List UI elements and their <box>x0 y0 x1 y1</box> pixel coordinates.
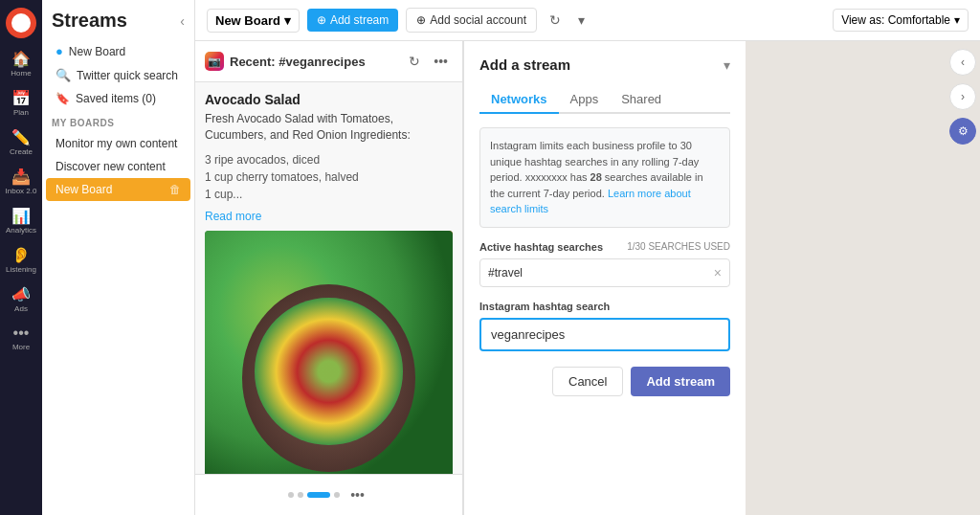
sidebar-collapse-button[interactable]: ‹ <box>180 13 185 29</box>
nav-item-plan[interactable]: 📅 Plan <box>2 85 40 121</box>
search-input-label: Instagram hashtag search <box>479 301 730 312</box>
cancel-button[interactable]: Cancel <box>552 367 623 396</box>
stream-refresh-button[interactable]: ↻ <box>404 49 425 74</box>
panel-close-button[interactable]: ▾ <box>724 57 730 73</box>
pagination-dot-3[interactable] <box>307 492 330 498</box>
post-body: 3 ripe avocados, diced 1 cup cherry toma… <box>205 151 453 203</box>
post-title: Avocado Salad <box>205 92 453 107</box>
listening-icon: 👂 <box>11 246 31 264</box>
sidebar-item-saved[interactable]: 🔖 Saved items (0) <box>46 87 190 110</box>
nav-item-listening[interactable]: 👂 Listening <box>2 242 40 278</box>
twitter-search-icon: 🔍 <box>56 68 71 82</box>
nav-item-analytics[interactable]: 📊 Analytics <box>2 203 40 238</box>
nav-item-ads[interactable]: 📣 Ads <box>2 281 40 317</box>
view-selector[interactable]: View as: Comfortable ▾ <box>833 9 969 32</box>
main-content: New Board ▾ ⊕ Add stream ⊕ Add social ac… <box>195 0 980 515</box>
post-subtitle: Fresh Avocado Salad with Tomatoes, Cucum… <box>205 111 453 144</box>
left-navigation: 🏠 Home 📅 Plan ✏️ Create 📥 Inbox 2.0 📊 An… <box>0 0 42 515</box>
add-stream-submit-button[interactable]: Add stream <box>631 367 730 396</box>
post-image: Foxfarm <box>205 231 453 474</box>
nav-item-home[interactable]: 🏠 Home <box>2 46 40 81</box>
stream-content: Avocado Salad Fresh Avocado Salad with T… <box>195 82 462 474</box>
refresh-button[interactable]: ↻ <box>545 8 566 33</box>
nav-item-inbox[interactable]: 📥 Inbox 2.0 <box>2 164 40 199</box>
right-nav-settings-button[interactable]: ⚙ <box>949 118 976 145</box>
settings-icon: ⚙ <box>958 124 969 138</box>
analytics-icon: 📊 <box>11 207 31 225</box>
nav-label-listening: Listening <box>6 265 36 274</box>
panel-title: Add a stream <box>479 56 570 73</box>
chevron-right-icon: › <box>961 90 965 103</box>
panel-actions: Cancel Add stream <box>479 367 730 396</box>
sidebar-board-discover[interactable]: Discover new content <box>46 155 190 178</box>
nav-item-more[interactable]: ••• More <box>2 321 40 355</box>
bookmark-icon: 🔖 <box>56 92 70 105</box>
board-name: New Board <box>215 13 280 28</box>
sidebar-item-saved-label: Saved items (0) <box>76 92 156 105</box>
refresh-icon: ↻ <box>549 12 561 28</box>
sidebar-board-new-label: New Board <box>56 183 112 196</box>
home-icon: 🏠 <box>11 50 31 68</box>
sidebar-board-new[interactable]: New Board 🗑 <box>46 178 190 201</box>
chevron-left-icon: ‹ <box>961 56 965 69</box>
sidebar-board-discover-label: Discover new content <box>56 160 166 173</box>
hashtag-search-input[interactable] <box>479 318 730 351</box>
instagram-icon: 📷 <box>205 52 224 71</box>
right-nav-prev-button[interactable]: ‹ <box>949 49 976 76</box>
footer-menu-button[interactable]: ••• <box>345 482 369 507</box>
add-social-label: Add social account <box>430 13 526 27</box>
searches-used-count: 1/30 SEARCHES USED <box>627 241 730 252</box>
top-bar: New Board ▾ ⊕ Add stream ⊕ Add social ac… <box>195 0 980 41</box>
stream-menu-button[interactable]: ••• <box>429 49 453 74</box>
read-more-link[interactable]: Read more <box>205 210 261 223</box>
sidebar-item-new-board[interactable]: ● New Board <box>46 39 190 63</box>
nav-item-create[interactable]: ✏️ Create <box>2 124 40 160</box>
streams-area: 📷 Recent: #veganrecipes ↻ ••• Avocado Sa… <box>195 41 980 515</box>
stream-title: Recent: #veganrecipes <box>230 55 398 69</box>
pagination-dots <box>288 492 340 498</box>
create-icon: ✏️ <box>11 128 31 146</box>
salad-bowl-visual <box>205 231 453 474</box>
sidebar-board-monitor[interactable]: Monitor my own content <box>46 132 190 155</box>
pagination-dot-4[interactable] <box>334 492 340 498</box>
pagination-dot-2[interactable] <box>298 492 303 498</box>
tab-networks[interactable]: Networks <box>479 86 559 114</box>
stream-card-header: 📷 Recent: #veganrecipes ↻ ••• <box>195 41 462 82</box>
nav-label-home: Home <box>11 69 31 78</box>
active-hashtag-field: #travel × <box>479 258 730 287</box>
right-nav-next-button[interactable]: › <box>949 83 976 110</box>
more-options-button[interactable]: ▾ <box>573 8 590 33</box>
chevron-down-icon: ▾ <box>578 12 585 28</box>
my-boards-label: MY BOARDS <box>42 110 194 132</box>
delete-board-icon[interactable]: 🗑 <box>169 183 181 196</box>
far-right-panel: ‹ › ⚙ <box>746 41 980 515</box>
nav-label-plan: Plan <box>13 108 29 117</box>
add-stream-label: Add stream <box>330 13 389 27</box>
nav-label-analytics: Analytics <box>6 226 36 235</box>
sidebar-header: Streams ‹ <box>42 10 194 39</box>
nav-label-ads: Ads <box>14 304 28 313</box>
clear-hashtag-button[interactable]: × <box>714 265 722 280</box>
add-stream-panel: Add a stream ▾ Networks Apps Shared Inst… <box>463 41 746 515</box>
panel-header: Add a stream ▾ <box>479 56 730 73</box>
stream-header-actions: ↻ ••• <box>404 49 453 74</box>
pagination-dot-1[interactable] <box>288 492 294 498</box>
sidebar-item-twitter-search[interactable]: 🔍 Twitter quick search <box>46 63 190 87</box>
tab-shared[interactable]: Shared <box>610 86 673 114</box>
board-selector[interactable]: New Board ▾ <box>207 9 300 33</box>
add-social-account-button[interactable]: ⊕ Add social account <box>406 8 537 33</box>
active-searches-label: Active hashtag searches 1/30 SEARCHES US… <box>479 241 730 253</box>
app-logo[interactable] <box>6 8 36 38</box>
sidebar-item-twitter-label: Twitter quick search <box>77 69 178 82</box>
sidebar-item-new-board-label: New Board <box>69 45 125 58</box>
new-board-icon: ● <box>56 44 63 58</box>
sidebar-board-monitor-label: Monitor my own content <box>56 137 177 150</box>
more-icon: ••• <box>13 325 30 342</box>
stream-card: 📷 Recent: #veganrecipes ↻ ••• Avocado Sa… <box>195 41 463 515</box>
panel-tabs: Networks Apps Shared <box>479 86 730 114</box>
sidebar: Streams ‹ ● New Board 🔍 Twitter quick se… <box>42 0 195 515</box>
add-stream-button[interactable]: ⊕ Add stream <box>307 9 398 32</box>
ads-icon: 📣 <box>11 285 31 303</box>
nav-label-more: More <box>12 343 30 351</box>
tab-apps[interactable]: Apps <box>559 86 611 114</box>
